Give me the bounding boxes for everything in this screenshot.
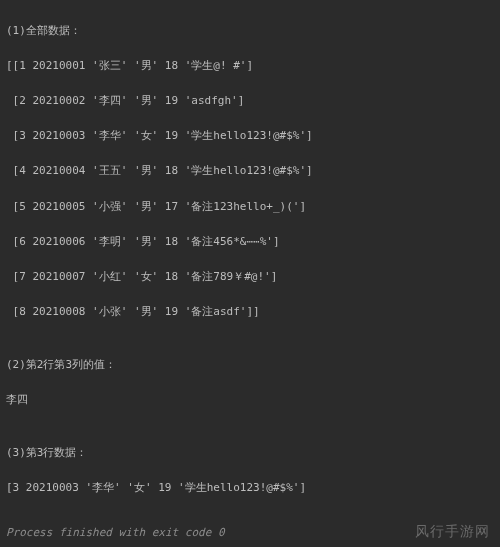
output-line: [7 20210007 '小红' '女' 18 '备注789￥#@!'] xyxy=(6,268,494,286)
output-line: [4 20210004 '王五' '男' 18 '学生hello123!@#$%… xyxy=(6,162,494,180)
output-line: [[1 20210001 '张三' '男' 18 '学生@! #'] xyxy=(6,57,494,75)
console-output: (1)全部数据： [[1 20210001 '张三' '男' 18 '学生@! … xyxy=(0,0,500,520)
output-line: [2 20210002 '李四' '男' 19 'asdfgh'] xyxy=(6,92,494,110)
output-line: [5 20210005 '小强' '男' 17 '备注123hello+_)('… xyxy=(6,198,494,216)
output-line: [8 20210008 '小张' '男' 19 '备注asdf']] xyxy=(6,303,494,321)
output-line: [6 20210006 '李明' '男' 18 '备注456*&⋯⋯%'] xyxy=(6,233,494,251)
watermark-text: 风行手游网 xyxy=(415,521,490,543)
output-line: [3 20210003 '李华' '女' 19 '学生hello123!@#$%… xyxy=(6,127,494,145)
output-line: (2)第2行第3列的值： xyxy=(6,356,494,374)
output-line: 李四 xyxy=(6,391,494,409)
output-line: (1)全部数据： xyxy=(6,22,494,40)
output-line: (3)第3行数据： xyxy=(6,444,494,462)
output-line: [3 20210003 '李华' '女' 19 '学生hello123!@#$%… xyxy=(6,479,494,497)
